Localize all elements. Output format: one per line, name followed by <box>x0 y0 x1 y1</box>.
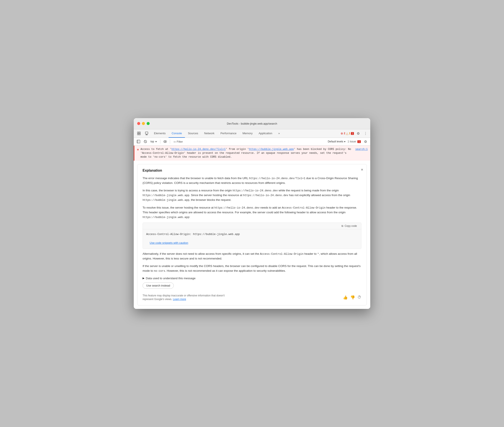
use-search-button[interactable]: Use search instead <box>142 282 174 289</box>
data-used-arrow-icon: ▶ <box>142 277 144 280</box>
eye-icon[interactable] <box>162 138 168 145</box>
tab-network[interactable]: Network <box>201 129 218 138</box>
tab-elements[interactable]: Elements <box>151 129 169 138</box>
error-url2-link[interactable]: https://bubble-jingle.web.app <box>249 148 294 151</box>
tab-application[interactable]: Application <box>256 129 276 138</box>
thumbs-up-icon[interactable]: 👍 <box>343 295 348 300</box>
feedback-icons: 👍 👎 ⏱ <box>343 295 362 300</box>
explanation-para3: To resolve this issue, the server hostin… <box>142 205 362 220</box>
svg-rect-1 <box>139 132 140 133</box>
explanation-para2: In this case, the browser is trying to a… <box>142 188 362 202</box>
tab-console[interactable]: Console <box>169 129 185 138</box>
levels-dropdown-icon: ▼ <box>344 140 346 143</box>
issue-badge: 1 Issue: 1 <box>347 140 361 143</box>
window-title: DevTools - bubble-jingle.web.app/search <box>227 122 277 125</box>
copy-icon: ⧉ <box>341 224 343 228</box>
sidebar-toggle-icon[interactable] <box>135 138 142 145</box>
divider2 <box>170 139 170 144</box>
copy-code-button[interactable]: ⧉ Copy code <box>340 224 359 228</box>
explanation-para4: Alternatively, if the server does not ne… <box>142 252 362 261</box>
caution-link[interactable]: Use code snippets with caution <box>146 239 358 246</box>
tab-performance[interactable]: Performance <box>217 129 239 138</box>
error-text: Access to fetch at 'https://hello-io-24.… <box>140 147 354 159</box>
thumbs-down-icon[interactable]: 👎 <box>350 295 355 300</box>
explanation-para1: The error message indicates that the bro… <box>142 176 362 185</box>
report-icon[interactable]: ⏱ <box>358 295 362 300</box>
error-circle-icon: ⊗ <box>137 148 139 152</box>
svg-rect-0 <box>137 132 139 133</box>
tab-more[interactable]: » <box>275 129 283 138</box>
titlebar: DevTools - bubble-jingle.web.app/search <box>134 118 370 129</box>
svg-rect-7 <box>137 140 140 143</box>
dropdown-arrow-icon: ▼ <box>155 140 157 143</box>
disclaimer-text: This feature may display inaccurate or o… <box>142 294 228 301</box>
error-url1-link[interactable]: https://hello-io-24.deno.dev/?lvl=1 <box>171 148 226 151</box>
minimize-button[interactable] <box>142 122 145 125</box>
device-icon[interactable] <box>143 130 150 137</box>
settings-icon[interactable]: ⚙ <box>355 130 361 136</box>
toolbar-right: Default levels ▼ 1 Issue: 1 ⚙ <box>328 138 369 145</box>
maximize-button[interactable] <box>147 122 150 125</box>
default-levels-selector[interactable]: Default levels ▼ <box>328 140 346 143</box>
console-content: ⊗ Access to fetch at 'https://hello-io-2… <box>134 146 370 309</box>
divider <box>160 139 160 144</box>
close-button[interactable] <box>137 122 140 125</box>
svg-rect-3 <box>139 134 140 135</box>
console-settings-icon[interactable]: ⚙ <box>362 138 369 145</box>
tabs-row: Elements Console Sources Network Perform… <box>134 129 370 138</box>
inspect-icon[interactable] <box>135 130 142 137</box>
toolbar-row: top ▼ ⚏ Filter Default levels ▼ 1 Issue:… <box>134 138 370 146</box>
disclaimer-row: This feature may display inaccurate or o… <box>142 294 362 301</box>
more-options-icon[interactable]: ⋮ <box>362 130 369 136</box>
learn-more-link[interactable]: Learn more <box>173 298 186 301</box>
svg-point-12 <box>165 141 165 142</box>
filter-area[interactable]: ⚏ Filter <box>172 140 185 144</box>
data-used-row[interactable]: ▶ Data used to understand this message <box>142 277 362 280</box>
code-block: ⧉ Copy code Access-Control-Allow-Origin:… <box>142 222 362 249</box>
svg-rect-2 <box>137 134 139 135</box>
close-explanation-button[interactable]: × <box>361 168 363 172</box>
svg-rect-4 <box>145 132 148 134</box>
context-selector[interactable]: top ▼ <box>149 140 158 144</box>
code-block-header: ⧉ Copy code <box>143 223 361 229</box>
tabs-right: ⊗ 2 △ 1 1 ⚙ ⋮ <box>341 130 369 136</box>
window-controls <box>137 122 150 125</box>
svg-line-10 <box>144 141 146 142</box>
explanation-panel: Explanation × The error message indicate… <box>137 164 367 306</box>
clear-console-icon[interactable] <box>142 138 148 145</box>
data-used-label: Data used to understand this message <box>146 277 196 280</box>
tab-memory[interactable]: Memory <box>240 129 256 138</box>
explanation-title: Explanation <box>142 169 362 173</box>
error-badge: ⊗ 2 △ 1 1 <box>341 132 354 135</box>
tab-sources[interactable]: Sources <box>185 129 201 138</box>
error-message-row: ⊗ Access to fetch at 'https://hello-io-2… <box>134 146 370 161</box>
code-content: Access-Control-Allow-Origin: https://bub… <box>143 229 361 239</box>
explanation-para5: If the server is unable or unwilling to … <box>142 264 362 273</box>
devtools-window: DevTools - bubble-jingle.web.app/search … <box>134 118 370 309</box>
error-source-link[interactable]: search:1 <box>355 147 368 151</box>
